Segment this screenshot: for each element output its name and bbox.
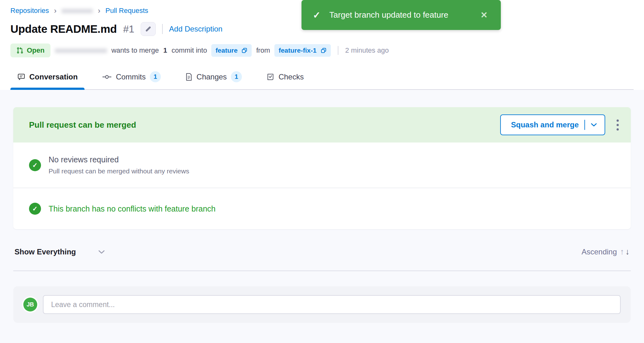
edit-title-button[interactable]: [141, 22, 156, 36]
pull-request-icon: [16, 47, 23, 54]
pr-number: #1: [123, 23, 134, 35]
source-branch-name: feature-fix-1: [278, 47, 316, 54]
breadcrumb-repo-name-redacted[interactable]: xxxxxxxxx: [61, 7, 93, 15]
meta-divider: [338, 46, 338, 55]
merge-text: wants to merge: [111, 46, 159, 55]
breadcrumb-separator: ›: [54, 6, 56, 15]
tab-label: Commits: [116, 73, 146, 81]
squash-button-label: Squash and merge: [511, 120, 579, 129]
page-title: Update README.md: [10, 23, 117, 35]
breadcrumb-separator: ›: [98, 6, 100, 15]
breadcrumb-pull-requests[interactable]: Pull Requests: [105, 7, 148, 15]
tab-conversation[interactable]: Conversation: [10, 66, 85, 89]
tab-commits[interactable]: Commits 1: [95, 66, 168, 89]
merge-card-header: Pull request can be merged Squash and me…: [13, 107, 631, 142]
merge-status-card: Pull request can be merged Squash and me…: [13, 107, 631, 229]
chevron-down-icon[interactable]: [591, 123, 597, 127]
conversation-icon: [17, 73, 25, 81]
button-divider: [584, 120, 585, 130]
pr-tabs: Conversation Commits 1 Changes 1 Checks: [10, 66, 634, 90]
author-name-redacted: xxxxxxxxxxxxxxx: [55, 46, 107, 55]
merge-card-title: Pull request can be merged: [29, 120, 136, 130]
check-circle-icon: ✓: [29, 203, 41, 215]
commit-into-text: commit into: [172, 46, 207, 55]
pr-meta-row: Open xxxxxxxxxxxxxxx wants to merge 1 co…: [10, 44, 634, 57]
pr-timestamp: 2 minutes ago: [345, 46, 389, 55]
copy-icon[interactable]: [241, 47, 248, 54]
comment-input[interactable]: [43, 295, 621, 314]
sort-down-arrow-icon: ↓: [625, 247, 629, 257]
sort-up-arrow-icon: ↑: [620, 247, 624, 257]
changes-count-badge: 1: [231, 71, 242, 82]
tab-label: Changes: [196, 73, 227, 81]
tab-label: Conversation: [29, 73, 78, 81]
file-icon: [185, 73, 192, 81]
commits-count-badge: 1: [150, 71, 161, 82]
toast-close-icon[interactable]: ✕: [478, 9, 489, 21]
show-filter-label: Show Everything: [15, 247, 76, 256]
tab-checks[interactable]: Checks: [260, 66, 311, 89]
check-body: No reviews required Pull request can be …: [49, 155, 189, 175]
check-row-conflicts: ✓ This branch has no conflicts with feat…: [13, 188, 631, 229]
toast-success-icon: ✓: [313, 10, 320, 20]
commit-icon: [102, 74, 112, 80]
copy-icon[interactable]: [320, 47, 327, 54]
checklist-icon: [266, 73, 274, 81]
merge-actions: Squash and merge: [500, 114, 623, 135]
target-branch-name: feature: [215, 47, 237, 54]
status-badge-label: Open: [27, 46, 44, 55]
check-subtitle: Pull request can be merged without any r…: [49, 167, 189, 175]
tab-changes[interactable]: Changes 1: [179, 66, 249, 89]
check-title: No reviews required: [49, 155, 189, 164]
title-divider: [162, 24, 163, 34]
add-description-link[interactable]: Add Description: [169, 25, 222, 33]
check-circle-icon: ✓: [29, 159, 41, 171]
breadcrumb-repositories[interactable]: Repositories: [10, 7, 49, 15]
user-avatar: JB: [23, 298, 37, 311]
check-row-reviews: ✓ No reviews required Pull request can b…: [13, 142, 631, 188]
toast-notification: ✓ Target branch updated to feature ✕: [302, 0, 501, 30]
from-text: from: [256, 46, 270, 55]
source-branch-chip[interactable]: feature-fix-1: [274, 44, 331, 57]
tab-label: Checks: [278, 73, 304, 81]
more-options-button[interactable]: [613, 116, 623, 134]
conversation-panel: Pull request can be merged Squash and me…: [0, 90, 644, 343]
commit-count: 1: [163, 46, 167, 55]
target-branch-chip[interactable]: feature: [211, 44, 252, 57]
status-badge: Open: [10, 44, 50, 57]
no-conflicts-text: This branch has no conflicts with featur…: [49, 204, 215, 213]
squash-and-merge-button[interactable]: Squash and merge: [500, 114, 605, 135]
toast-message: Target branch updated to feature: [329, 10, 478, 20]
show-filter-dropdown[interactable]: Show Everything: [15, 247, 105, 256]
comment-composer: JB: [13, 286, 631, 323]
chevron-down-icon: [98, 250, 105, 254]
sort-order-label: Ascending: [582, 247, 617, 256]
sort-order-button[interactable]: Ascending ↑ ↓: [582, 247, 629, 257]
pencil-icon: [145, 26, 152, 32]
timeline-toolbar: Show Everything Ascending ↑ ↓: [13, 247, 631, 271]
